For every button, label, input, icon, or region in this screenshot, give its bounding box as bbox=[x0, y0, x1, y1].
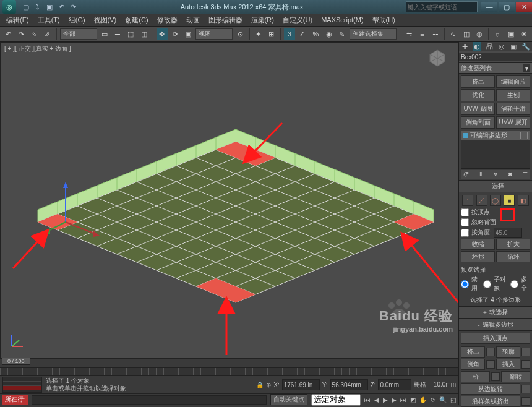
render-setup-icon[interactable]: ☼ bbox=[492, 28, 503, 40]
rendered-frame-icon[interactable]: ▣ bbox=[505, 28, 516, 40]
prev-frame-icon[interactable]: ◀ bbox=[374, 396, 379, 403]
hierarchy-tab-icon[interactable]: 品 bbox=[485, 42, 494, 51]
mod-btn-3[interactable]: 生刨 bbox=[496, 89, 530, 101]
link-icon[interactable]: ⇘ bbox=[28, 28, 40, 40]
maximize-button[interactable]: ▢ bbox=[499, 2, 515, 12]
select-icon[interactable]: ▭ bbox=[99, 28, 110, 40]
mod-btn-1[interactable]: 编辑面片 bbox=[496, 75, 530, 88]
coord-y-input[interactable] bbox=[330, 379, 368, 390]
spin-snap-icon[interactable]: ◉ bbox=[324, 28, 335, 40]
material-editor-icon[interactable]: ◍ bbox=[474, 28, 485, 40]
polygon-level-icon[interactable]: ■ bbox=[504, 195, 515, 206]
time-scrub-handle[interactable]: 0 / 100 bbox=[2, 358, 30, 365]
extrude-spline-settings-icon[interactable] bbox=[521, 397, 530, 406]
grow-button[interactable]: 扩大 bbox=[496, 239, 530, 250]
app-menu-icon[interactable]: ◎ bbox=[2, 0, 16, 14]
inset-settings-icon[interactable] bbox=[521, 360, 530, 369]
named-selection-dropdown[interactable]: 创建选择集 bbox=[350, 28, 397, 40]
max-viewport-icon[interactable]: ◱ bbox=[450, 396, 456, 403]
viewport[interactable]: [ + ][ 正交 ][真实 + 边面 ] bbox=[0, 42, 458, 358]
remove-mod-icon[interactable]: ✖ bbox=[507, 171, 513, 178]
redo-icon[interactable]: ↷ bbox=[15, 28, 27, 40]
coord-z-input[interactable] bbox=[378, 379, 411, 390]
goto-start-icon[interactable]: ⏮ bbox=[364, 396, 371, 403]
close-button[interactable]: ✕ bbox=[516, 2, 532, 12]
extrude-spline-button[interactable]: 沿样条线挤出 bbox=[461, 396, 520, 407]
menu-modifiers[interactable]: 修改器 bbox=[153, 14, 181, 26]
save-icon[interactable]: ▣ bbox=[45, 2, 54, 12]
key-target-dropdown[interactable] bbox=[311, 394, 361, 406]
mod-btn-4[interactable]: UVW 贴图 bbox=[461, 103, 495, 115]
mod-btn-5[interactable]: 涡轮平滑 bbox=[496, 103, 530, 115]
angle-snap-icon[interactable]: ∠ bbox=[297, 28, 308, 40]
layers-icon[interactable]: ☲ bbox=[429, 28, 440, 40]
modifier-stack[interactable]: 可编辑多边形 bbox=[461, 131, 530, 169]
menu-group[interactable]: 组(G) bbox=[65, 14, 89, 26]
menu-help[interactable]: 帮助(H) bbox=[369, 14, 399, 26]
create-tab-icon[interactable]: ✚ bbox=[461, 42, 470, 51]
schematic-icon[interactable]: ◫ bbox=[461, 28, 472, 40]
extrude-button[interactable]: 挤出 bbox=[461, 346, 485, 358]
open-icon[interactable]: ⤵ bbox=[33, 2, 43, 12]
outline-button[interactable]: 轮廓 bbox=[496, 346, 520, 358]
render-icon[interactable]: ☀ bbox=[518, 28, 530, 40]
ref-coord-dropdown[interactable]: 视图 bbox=[195, 28, 233, 40]
isolate-icon[interactable]: ◩ bbox=[410, 396, 416, 403]
ignore-backface-checkbox[interactable]: 忽略背面 bbox=[461, 218, 530, 226]
next-frame-icon[interactable]: ▶ bbox=[392, 396, 397, 403]
element-level-icon[interactable]: ◧ bbox=[518, 195, 529, 206]
object-name-input[interactable] bbox=[459, 53, 532, 61]
minimize-button[interactable]: — bbox=[481, 2, 497, 12]
rect-select-icon[interactable]: ⬚ bbox=[125, 28, 136, 40]
align-icon[interactable]: ≡ bbox=[416, 28, 427, 40]
menu-graph[interactable]: 图形编辑器 bbox=[205, 14, 246, 26]
hinge-settings-icon[interactable] bbox=[521, 385, 530, 393]
mirror-icon[interactable]: ⇋ bbox=[403, 28, 414, 40]
new-icon[interactable]: ▢ bbox=[21, 2, 31, 12]
loop-button[interactable]: 循环 bbox=[496, 251, 530, 262]
undo-icon[interactable]: ↶ bbox=[56, 2, 66, 12]
redo-icon[interactable]: ↷ bbox=[68, 2, 78, 12]
window-crossing-icon[interactable]: ◫ bbox=[139, 28, 150, 40]
goto-end-icon[interactable]: ⏭ bbox=[400, 396, 406, 403]
mini-listener[interactable] bbox=[2, 377, 42, 393]
border-level-icon[interactable]: ◯ bbox=[490, 195, 501, 206]
orbit-icon[interactable]: ⟳ bbox=[431, 396, 435, 403]
menu-animation[interactable]: 动画 bbox=[182, 14, 204, 26]
mod-btn-6[interactable]: 倒角剖面 bbox=[461, 116, 495, 129]
shrink-button[interactable]: 收缩 bbox=[461, 239, 495, 250]
rollout-edit-poly-header[interactable]: -编辑多边形 bbox=[459, 319, 532, 331]
menu-render[interactable]: 渲染(R) bbox=[247, 14, 278, 26]
stack-item-editable-poly[interactable]: 可编辑多边形 bbox=[461, 131, 530, 140]
outline-settings-icon[interactable] bbox=[521, 348, 530, 356]
show-end-icon[interactable]: Ⅱ bbox=[478, 171, 484, 178]
modify-tab-icon[interactable]: ◐ bbox=[473, 42, 481, 51]
inset-button[interactable]: 插入 bbox=[496, 359, 520, 370]
edge-level-icon[interactable]: ／ bbox=[476, 195, 487, 206]
menu-views[interactable]: 视图(V) bbox=[90, 14, 121, 26]
bridge-button[interactable]: 桥 bbox=[461, 371, 490, 382]
manipulate-icon[interactable]: ✦ bbox=[253, 28, 264, 40]
config-icon[interactable]: ☰ bbox=[521, 171, 528, 178]
scale-icon[interactable]: ▣ bbox=[182, 28, 194, 40]
selection-filter-dropdown[interactable]: 全部 bbox=[60, 28, 97, 40]
pin-stack-icon[interactable]: ⮶ bbox=[463, 171, 470, 178]
insert-vertex-button[interactable]: 插入顶点 bbox=[461, 333, 530, 344]
rotate-icon[interactable]: ⟳ bbox=[169, 28, 181, 40]
bevel-button[interactable]: 倒角 bbox=[461, 359, 485, 370]
vertex-level-icon[interactable]: ∴ bbox=[462, 195, 473, 206]
rollout-soft-selection-header[interactable]: +软选择 bbox=[459, 307, 532, 319]
motion-tab-icon[interactable]: ◎ bbox=[497, 42, 506, 51]
time-slider[interactable]: 0 / 100 bbox=[0, 358, 458, 367]
mod-btn-2[interactable]: 优化 bbox=[461, 89, 495, 101]
pivot-icon[interactable]: ⊙ bbox=[234, 28, 246, 40]
percent-snap-icon[interactable]: % bbox=[310, 28, 321, 40]
autokey-button[interactable]: 自动关键点 bbox=[270, 394, 307, 405]
undo-icon[interactable]: ↶ bbox=[2, 28, 14, 40]
display-tab-icon[interactable]: ▣ bbox=[509, 42, 518, 51]
flip-button[interactable]: 翻转 bbox=[501, 371, 530, 382]
play-icon[interactable]: ▶ bbox=[383, 396, 388, 403]
menu-create[interactable]: 创建(C) bbox=[121, 14, 152, 26]
extrude-settings-icon[interactable] bbox=[486, 348, 495, 356]
rollout-selection-header[interactable]: -选择 bbox=[459, 181, 532, 192]
